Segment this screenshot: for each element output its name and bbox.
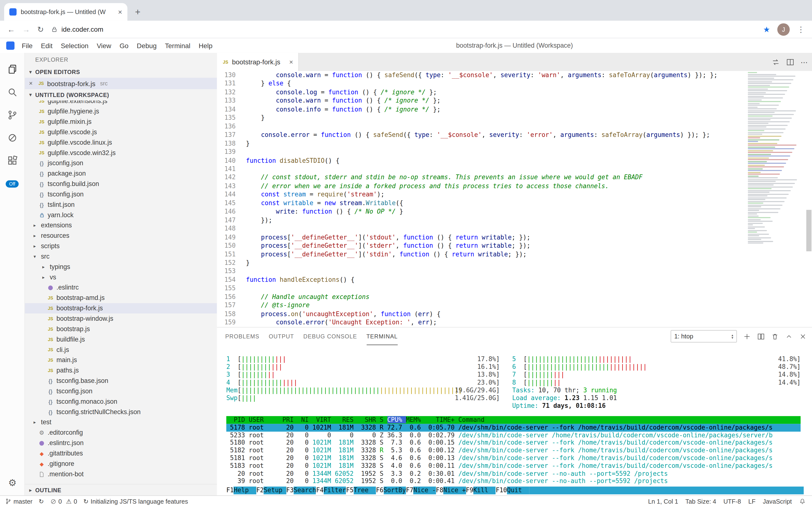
open-editors-header[interactable]: ▾ OPEN EDITORS (25, 66, 217, 78)
tree-item-.eslintrc[interactable]: .eslintrc (25, 282, 217, 293)
tree-item-main.js[interactable]: JSmain.js (25, 355, 217, 365)
more-actions-icon[interactable]: ⋯ (801, 58, 808, 66)
panel-tab-problems[interactable]: PROBLEMS (225, 328, 259, 345)
extensions-icon[interactable] (0, 149, 25, 172)
menu-edit[interactable]: Edit (37, 42, 57, 49)
process-row-20[interactable]: 20 root 20 0 1344M 62052 1952 S 3.3 0.2 … (226, 470, 801, 477)
code-line[interactable]: 152} (217, 259, 812, 267)
outline-header[interactable]: ▸ OUTLINE (25, 484, 217, 495)
tree-item-gulpfile.mixin.js[interactable]: JSgulpfile.mixin.js (25, 117, 217, 127)
fkey-label-F6[interactable]: SortBy (383, 487, 406, 494)
tree-item-cli.js[interactable]: JScli.js (25, 345, 217, 355)
process-row-5178[interactable]: 5178 root 20 0 1021M 181M 3328 R 72.7 0.… (226, 424, 801, 432)
tree-item-bootstrap-fork.js[interactable]: JSbootstrap-fork.js (25, 303, 217, 314)
tree-item-tsconfig.json[interactable]: {}tsconfig.json (25, 386, 217, 396)
search-icon[interactable] (0, 81, 25, 104)
tree-item-scripts[interactable]: ▸scripts (25, 241, 217, 251)
code-line[interactable]: 139 (217, 148, 812, 156)
menu-debug[interactable]: Debug (133, 42, 161, 49)
tree-item-.mention-bot[interactable]: .mention-bot (25, 469, 217, 480)
explorer-icon[interactable] (0, 58, 25, 81)
workspace-header[interactable]: ▾ UNTITLED (WORKSPACE) (25, 89, 217, 100)
code-editor[interactable]: 130 console.warn = function () { safeSen… (217, 71, 812, 327)
code-lines[interactable]: 130 console.warn = function () { safeSen… (217, 71, 812, 327)
fkey-F5[interactable]: F5 (346, 487, 354, 494)
tree-item-yarn.lock[interactable]: yarn.lock (25, 210, 217, 220)
tree-item-jsconfig.json[interactable]: {}jsconfig.json (25, 158, 217, 168)
open-editor-item[interactable]: × JS bootstrap-fork.js src (25, 78, 217, 89)
open-changes-icon[interactable] (772, 58, 780, 66)
code-line[interactable]: 133 console.warn = function () { /* igno… (217, 97, 812, 105)
code-line[interactable]: 141 (217, 165, 812, 173)
terminal-select[interactable]: 1: htop ▴▾ (671, 330, 737, 342)
tree-item-paths.js[interactable]: JSpaths.js (25, 365, 217, 376)
code-line[interactable]: 140function disableSTDIO() { (217, 156, 812, 165)
code-line[interactable]: 157 // @ts-ignore (217, 301, 812, 309)
close-panel-icon[interactable] (799, 332, 807, 340)
fkey-F2[interactable]: F2 (256, 487, 264, 494)
tree-item-test[interactable]: ▸test (25, 417, 217, 428)
new-tab-button[interactable]: + (131, 5, 145, 19)
menu-selection[interactable]: Selection (57, 42, 92, 49)
tab-close-icon[interactable]: × (118, 8, 122, 15)
fkey-F9[interactable]: F9 (466, 487, 473, 494)
tree-item-gulpfile.vscode.js[interactable]: JSgulpfile.vscode.js (25, 127, 217, 137)
tree-item-gulpfile.vscode.linux.js[interactable]: JSgulpfile.vscode.linux.js (25, 137, 217, 148)
status-lf[interactable]: LF (748, 498, 755, 505)
tree-item-tsconfig.monaco.json[interactable]: {}tsconfig.monaco.json (25, 396, 217, 407)
fkey-F1[interactable]: F1 (226, 487, 234, 494)
fkey-F8[interactable]: F8 (436, 487, 443, 494)
language-status-item[interactable]: ↻ Initializing JS/TS language features (83, 498, 188, 505)
code-line[interactable]: 144 const stream = require('stream'); (217, 190, 812, 199)
code-line[interactable]: 147 }); (217, 216, 812, 224)
tree-item-tsconfig.build.json[interactable]: {}tsconfig.build.json (25, 179, 217, 189)
code-line[interactable]: 146 write: function () { /* No OP */ } (217, 207, 812, 216)
editor-scrollbar[interactable] (806, 71, 812, 327)
tree-item-bootstrap-window.js[interactable]: JSbootstrap-window.js (25, 314, 217, 324)
source-control-icon[interactable] (0, 104, 25, 126)
code-line[interactable]: 138} (217, 139, 812, 148)
menu-help[interactable]: Help (195, 42, 217, 49)
tree-item-gulpfile.hygiene.js[interactable]: JSgulpfile.hygiene.js (25, 106, 217, 117)
code-line[interactable]: 143 // error when we are inside a forked… (217, 182, 812, 190)
fkey-label-F10[interactable]: Quit (507, 487, 529, 494)
panel-tab-debug-console[interactable]: DEBUG CONSOLE (303, 328, 357, 345)
menu-go[interactable]: Go (115, 42, 132, 49)
collaboration-off-toggle[interactable]: Off (6, 180, 19, 187)
code-line[interactable]: 149 process['__defineGetter__']('stdout'… (217, 233, 812, 241)
process-row-5181[interactable]: 5181 root 20 0 1021M 181M 3328 S 4.6 0.6… (226, 454, 801, 462)
fkey-F4[interactable]: F4 (316, 487, 324, 494)
status-tab-size-4[interactable]: Tab Size: 4 (685, 498, 716, 505)
process-row-5233[interactable]: 5233 root 20 0 0 0 0 Z 36.3 0.0 0:02.79 … (226, 432, 801, 439)
bell-icon[interactable] (799, 498, 806, 505)
tree-item-package.json[interactable]: {}package.json (25, 168, 217, 179)
tab-close-icon[interactable]: × (289, 58, 293, 66)
fkey-label-F5[interactable]: Tree (354, 487, 376, 494)
tree-item-vs[interactable]: ▸vs (25, 272, 217, 283)
forward-icon[interactable]: → (22, 25, 30, 34)
code-line[interactable]: 159 console.error('Uncaught Exception: '… (217, 318, 812, 327)
code-line[interactable]: 142 // const stdout, stderr and stdin be… (217, 173, 812, 182)
split-editor-icon[interactable] (786, 58, 794, 66)
status-utf-8[interactable]: UTF-8 (724, 498, 741, 505)
code-line[interactable]: 156 // Handle uncaught exceptions (217, 293, 812, 301)
tree-item-gulpfile.vscode.win32.js[interactable]: JSgulpfile.vscode.win32.js (25, 148, 217, 158)
fkey-F6[interactable]: F6 (376, 487, 383, 494)
code-line[interactable]: 136 (217, 122, 812, 131)
close-icon[interactable]: × (29, 80, 35, 87)
fkey-label-F2[interactable]: Setup (264, 487, 286, 494)
bookmark-star-icon[interactable]: ★ (763, 25, 770, 34)
tree-item-src[interactable]: ▾src (25, 251, 217, 262)
status-javascript[interactable]: JavaScript (763, 498, 792, 505)
fkey-label-F8[interactable]: Nice + (443, 487, 466, 494)
panel-tab-output[interactable]: OUTPUT (269, 328, 294, 345)
url-bar[interactable]: ide.coder.com (51, 25, 756, 33)
code-line[interactable]: 137 console.error = function () { safeSe… (217, 131, 812, 139)
avatar[interactable]: J (777, 23, 790, 35)
tree-item-tsconfig.strictNullChecks.json[interactable]: {}tsconfig.strictNullChecks.json (25, 407, 217, 417)
terminal[interactable]: 1[||||||||||||17.8%]2[|||||||||||16.1%]3… (217, 345, 812, 495)
tree-item-.gitattributes[interactable]: ◆.gitattributes (25, 448, 217, 459)
tree-item-bootstrap.js[interactable]: JSbootstrap.js (25, 324, 217, 334)
fkey-label-F7[interactable]: Nice - (414, 487, 436, 494)
tree-item-buildfile.js[interactable]: JSbuildfile.js (25, 334, 217, 345)
